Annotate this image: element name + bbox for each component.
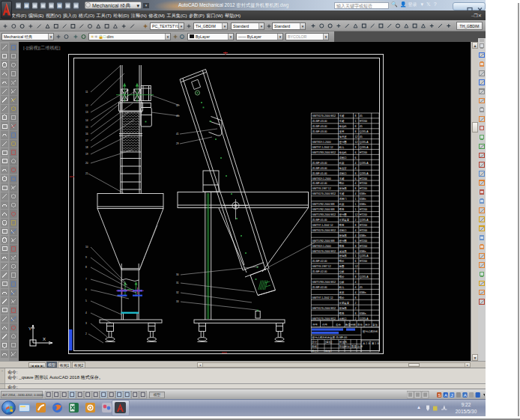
svg-text:HT200: HT200 xyxy=(360,208,367,211)
svg-text:Q235-A: Q235-A xyxy=(360,162,369,165)
svg-text:JD-MF-03-00: JD-MF-03-00 xyxy=(312,125,327,128)
svg-text:65Mn: 65Mn xyxy=(360,250,366,253)
svg-text:8: 8 xyxy=(355,270,357,273)
svg-text:1: 1 xyxy=(355,198,357,201)
svg-text:21: 21 xyxy=(85,172,88,175)
svg-text:总计: 总计 xyxy=(364,323,370,326)
svg-text:代号: 代号 xyxy=(322,323,327,326)
svg-text:33: 33 xyxy=(176,300,179,303)
svg-text:X: X xyxy=(43,337,46,341)
svg-text:8: 8 xyxy=(355,187,357,190)
svg-text:HT200: HT200 xyxy=(360,240,367,243)
svg-text:JD-MF-01-00: JD-MF-01-00 xyxy=(312,219,327,222)
svg-text:31: 31 xyxy=(176,281,179,284)
svg-text:6: 6 xyxy=(355,240,357,243)
svg-text:10: 10 xyxy=(85,246,88,249)
svg-text:料斗: 料斗 xyxy=(339,146,345,149)
svg-text:JD-MF-02-00: JD-MF-02-00 xyxy=(312,260,327,263)
svg-text:65Mn: 65Mn xyxy=(360,192,366,195)
svg-text:GB/T5782-2000 M8: GB/T5782-2000 M8 xyxy=(312,208,335,211)
svg-text:支腿: 支腿 xyxy=(339,192,345,195)
svg-text:7: 7 xyxy=(85,278,87,281)
svg-text:45: 45 xyxy=(360,286,363,289)
svg-text:进料口: 进料口 xyxy=(339,156,347,159)
svg-text:备注: 备注 xyxy=(372,323,378,326)
svg-text:1: 1 xyxy=(355,203,357,206)
svg-text:进料口: 进料口 xyxy=(339,229,347,232)
svg-text:GB/T5783-2000 M12: GB/T5783-2000 M12 xyxy=(312,281,336,284)
svg-text:20: 20 xyxy=(85,162,88,165)
svg-text:单件: 单件 xyxy=(357,323,363,326)
svg-text:张紧装置: 张紧装置 xyxy=(339,218,350,222)
svg-text:挡板: 挡板 xyxy=(339,270,345,273)
svg-text:2: 2 xyxy=(355,307,357,310)
svg-text:设计: 设计 xyxy=(312,340,317,344)
svg-text:GB/T5783-2000 M12: GB/T5783-2000 M12 xyxy=(312,213,336,216)
svg-text:电动机: 电动机 xyxy=(339,151,348,154)
svg-text:螺母: 螺母 xyxy=(339,207,345,211)
svg-text:底座: 底座 xyxy=(339,291,345,294)
svg-text:螺母: 螺母 xyxy=(339,223,345,227)
svg-text:2: 2 xyxy=(85,332,87,335)
svg-text:HT200: HT200 xyxy=(360,245,367,248)
svg-text:6: 6 xyxy=(355,260,357,263)
svg-text:J: J xyxy=(451,393,453,398)
svg-text:5: 5 xyxy=(85,299,87,302)
svg-text:阶段标记: 阶段标记 xyxy=(339,344,350,348)
svg-text:螺母: 螺母 xyxy=(339,311,345,315)
svg-text:挡板: 挡板 xyxy=(339,281,345,284)
svg-text:联轴器: 联轴器 xyxy=(339,255,348,258)
svg-text:标准化: 标准化 xyxy=(339,340,348,344)
svg-text:S: S xyxy=(438,393,441,398)
svg-text:密封圈: 密封圈 xyxy=(339,240,347,243)
svg-text:JD-MF-03-00: JD-MF-03-00 xyxy=(312,162,327,165)
svg-text:JD-MF-02-00: JD-MF-02-00 xyxy=(312,270,327,273)
svg-text:Q235-A: Q235-A xyxy=(360,317,369,320)
svg-text:A: A xyxy=(464,393,467,398)
svg-text:42: 42 xyxy=(176,104,179,107)
svg-text:8: 8 xyxy=(355,130,357,133)
svg-text:18: 18 xyxy=(85,146,88,149)
svg-text:19: 19 xyxy=(85,153,88,156)
svg-text:JD-MF-03-00: JD-MF-03-00 xyxy=(312,167,327,170)
svg-text:4: 4 xyxy=(355,234,357,237)
svg-text:密封式提升机: 密封式提升机 xyxy=(363,329,378,333)
svg-text:重量: 重量 xyxy=(351,344,357,348)
svg-text:HT200: HT200 xyxy=(360,229,367,232)
svg-text:Y: Y xyxy=(28,326,31,331)
svg-text:6: 6 xyxy=(355,177,357,180)
svg-text:HT200: HT200 xyxy=(360,213,367,216)
svg-text:JD-MF-03-00: JD-MF-03-00 xyxy=(312,130,327,133)
svg-text:JD-MF-02-00: JD-MF-02-00 xyxy=(312,182,327,185)
svg-text:Q235-A: Q235-A xyxy=(360,219,369,222)
svg-text:65Mn: 65Mn xyxy=(360,312,366,315)
svg-text:Q235-A: Q235-A xyxy=(360,141,369,144)
svg-text:机架: 机架 xyxy=(339,203,345,206)
svg-text:联轴器: 联轴器 xyxy=(339,307,348,310)
svg-text:12: 12 xyxy=(355,213,358,216)
svg-text:6: 6 xyxy=(85,288,87,291)
svg-text:1: 1 xyxy=(355,120,357,123)
svg-text:65Mn: 65Mn xyxy=(360,291,366,294)
svg-text:4: 4 xyxy=(355,192,357,195)
svg-text:GB/T93-1987 12: GB/T93-1987 12 xyxy=(312,265,331,268)
svg-text:8: 8 xyxy=(355,172,357,175)
svg-text:螺母: 螺母 xyxy=(339,244,345,248)
svg-text:8: 8 xyxy=(355,125,357,128)
svg-text:8: 8 xyxy=(355,224,357,227)
svg-text:比例: 比例 xyxy=(357,345,363,348)
svg-text:第 1 张: 第 1 张 xyxy=(372,342,380,345)
svg-text:JD-MF-01-00: JD-MF-01-00 xyxy=(312,172,327,175)
svg-text:41: 41 xyxy=(176,133,179,136)
svg-text:电动机: 电动机 xyxy=(339,125,348,128)
svg-text:1: 1 xyxy=(355,208,357,211)
svg-text:30: 30 xyxy=(176,273,179,276)
svg-text:8: 8 xyxy=(355,312,357,315)
svg-text:17: 17 xyxy=(85,139,88,142)
svg-text:GB/T6170-2000 M12: GB/T6170-2000 M12 xyxy=(312,192,336,195)
svg-text:6: 6 xyxy=(355,151,357,154)
svg-text:[-][俯视][二维线框]: [-][俯视][二维线框] xyxy=(23,45,61,51)
svg-text:4: 4 xyxy=(355,167,357,170)
svg-text:GB/T97.1-2002 12: GB/T97.1-2002 12 xyxy=(312,146,333,149)
svg-text:滚筒: 滚筒 xyxy=(339,130,345,133)
